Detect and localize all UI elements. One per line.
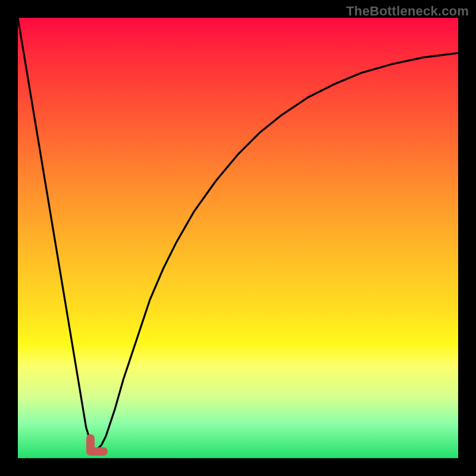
watermark-text: TheBottleneck.com bbox=[346, 4, 469, 19]
chart-svg bbox=[18, 18, 458, 458]
bottleneck-curve-path bbox=[18, 18, 458, 449]
plot-area bbox=[18, 18, 458, 458]
chart-stage: TheBottleneck.com bbox=[0, 0, 476, 476]
